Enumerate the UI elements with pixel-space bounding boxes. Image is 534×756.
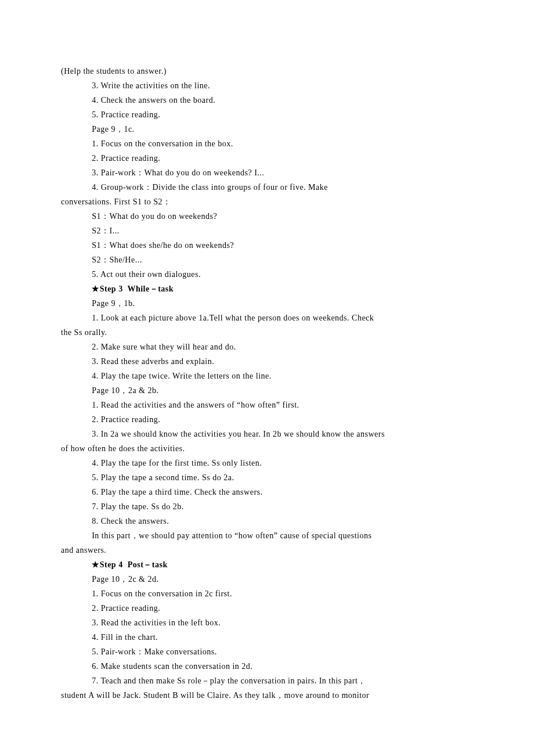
text-line: 1. Focus on the conversation in the box.	[61, 136, 473, 151]
text-line: In this part，we should pay attention to …	[61, 528, 473, 543]
text-line: ★Step 4 Post－task	[61, 557, 473, 572]
text-line: and answers.	[61, 543, 473, 557]
text-line: 6. Play the tape a third time. Check the…	[61, 485, 473, 499]
text-line: 4. Fill in the chart.	[61, 630, 473, 645]
text-line: 4. Check the answers on the board.	[61, 93, 473, 107]
text-line: 3. Write the activities on the line.	[61, 78, 473, 93]
text-line: S1：What does she/he do on weekends?	[61, 238, 473, 253]
text-line: 3. Read the activities in the left box.	[61, 615, 473, 630]
text-line: 7. Teach and then make Ss role－play the …	[61, 674, 473, 688]
text-line: 4. Play the tape twice. Write the letter…	[61, 369, 473, 383]
text-line: 4. Group-work：Divide the class into grou…	[61, 180, 473, 195]
text-line: 5. Practice reading.	[61, 107, 473, 122]
text-line: 2. Practice reading.	[61, 412, 473, 427]
text-line: ★Step 3 While－task	[61, 282, 473, 296]
text-line: 3. In 2a we should know the activities y…	[61, 427, 473, 441]
text-line: S2：She/He...	[61, 253, 473, 267]
text-line: 2. Practice reading.	[61, 601, 473, 615]
text-line: 5. Act out their own dialogues.	[61, 267, 473, 282]
document-content: (Help the students to answer.)3. Write t…	[61, 64, 473, 703]
text-line: the Ss orally.	[61, 325, 473, 340]
text-line: of how often he does the activities.	[61, 441, 473, 456]
text-line: 1. Read the activities and the answers o…	[61, 398, 473, 412]
text-line: conversations. First S1 to S2：	[61, 195, 473, 209]
text-line: 3. Read these adverbs and explain.	[61, 354, 473, 369]
text-line: Page 10，2a & 2b.	[61, 383, 473, 398]
text-line: S2：I...	[61, 224, 473, 238]
text-line: Page 10，2c & 2d.	[61, 572, 473, 586]
text-line: 5. Pair-work：Make conversations.	[61, 645, 473, 659]
text-line: 1. Look at each picture above 1a.Tell wh…	[61, 311, 473, 325]
text-line: 4. Play the tape for the first time. Ss …	[61, 456, 473, 470]
text-line: 6. Make students scan the conversation i…	[61, 659, 473, 674]
text-line: Page 9，1b.	[61, 296, 473, 311]
text-line: 2. Practice reading.	[61, 151, 473, 165]
text-line: 2. Make sure what they will hear and do.	[61, 340, 473, 354]
text-line: student A will be Jack. Student B will b…	[61, 688, 473, 703]
text-line: 3. Pair-work：What do you do on weekends?…	[61, 165, 473, 180]
text-line: S1：What do you do on weekends?	[61, 209, 473, 224]
text-line: 7. Play the tape. Ss do 2b.	[61, 499, 473, 514]
document-page: (Help the students to answer.)3. Write t…	[0, 0, 534, 756]
text-line: 5. Play the tape a second time. Ss do 2a…	[61, 470, 473, 485]
text-line: Page 9，1c.	[61, 122, 473, 136]
text-line: (Help the students to answer.)	[61, 64, 473, 78]
text-line: 8. Check the answers.	[61, 514, 473, 528]
text-line: 1. Focus on the conversation in 2c first…	[61, 586, 473, 601]
